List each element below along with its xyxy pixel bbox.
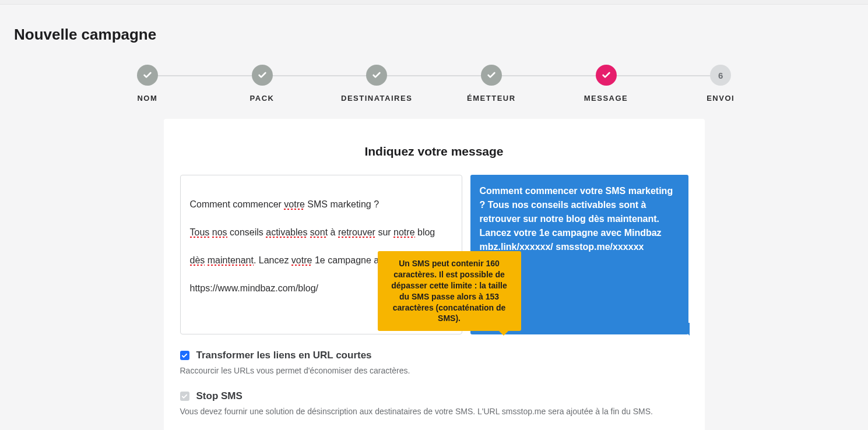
editor-row: Comment commencer votre SMS marketing ? …	[180, 175, 688, 334]
step-circle-done	[366, 65, 387, 86]
t: Comment commencer	[190, 199, 284, 209]
step-label: DESTINATAIRES	[341, 94, 412, 103]
step-circle-done	[137, 65, 158, 86]
spellcheck-underline: retrouver	[338, 227, 375, 237]
page-content: Nouvelle campagne NOM PACK DESTINATAIRES	[0, 5, 868, 430]
option-short-url: Transformer les liens en URL courtes Rac…	[180, 350, 688, 375]
step-connector	[147, 75, 721, 76]
step-destinataires[interactable]: DESTINATAIRES	[319, 65, 434, 103]
step-label: PACK	[250, 94, 275, 103]
step-circle-done	[481, 65, 502, 86]
check-icon	[487, 71, 496, 80]
step-label: NOM	[137, 94, 157, 103]
check-icon	[372, 71, 381, 80]
wizard-stepper: NOM PACK DESTINATAIRES ÉMETTEUR MESSAGE	[90, 65, 778, 103]
step-label: MESSAGE	[584, 94, 628, 103]
t: . Lancez	[254, 255, 291, 265]
step-pack[interactable]: PACK	[205, 65, 319, 103]
check-icon	[181, 393, 188, 400]
t: sur	[375, 227, 393, 237]
check-icon	[602, 71, 611, 80]
step-label: ÉMETTEUR	[467, 94, 516, 103]
t: SMS marketing ?	[305, 199, 379, 209]
option-stop-sms: Stop SMS Vous devez fournir une solution…	[180, 390, 688, 416]
spellcheck-underline: votre	[284, 199, 305, 209]
spellcheck-underline: activables	[266, 227, 307, 237]
check-icon	[143, 71, 152, 80]
check-icon	[181, 353, 188, 359]
option-short-url-help: Raccourcir les URLs vous permet d'économ…	[180, 366, 688, 375]
spellcheck-underline: sont	[310, 227, 328, 237]
checkbox-stop-sms	[180, 392, 189, 401]
message-editor[interactable]: Comment commencer votre SMS marketing ? …	[180, 175, 462, 334]
page-title: Nouvelle campagne	[14, 26, 854, 44]
step-label: ENVOI	[707, 94, 735, 103]
option-short-url-label: Transformer les liens en URL courtes	[196, 350, 372, 361]
spellcheck-underline: Tous	[190, 227, 210, 237]
step-circle-done	[252, 65, 273, 86]
t: blog	[415, 227, 435, 237]
step-message[interactable]: MESSAGE	[549, 65, 663, 103]
spellcheck-underline: votre	[291, 255, 312, 265]
spellcheck-underline: dès	[190, 255, 205, 265]
checkbox-short-url[interactable]	[180, 351, 189, 360]
spellcheck-underline: nos	[212, 227, 227, 237]
spellcheck-underline: maintenant	[208, 255, 254, 265]
spellcheck-underline: notre	[393, 227, 414, 237]
t: conseils	[227, 227, 266, 237]
step-circle-future: 6	[710, 65, 731, 86]
option-stop-sms-row: Stop SMS	[180, 390, 688, 402]
step-envoi[interactable]: 6 ENVOI	[663, 65, 778, 103]
top-bar	[0, 0, 868, 5]
check-icon	[258, 71, 267, 80]
t: https://www.mindbaz.com/blog/	[190, 283, 319, 293]
card-heading: Indiquez votre message	[180, 144, 688, 158]
step-nom[interactable]: NOM	[90, 65, 205, 103]
sms-preview-text: Comment commencer votre SMS marketing ? …	[480, 184, 679, 254]
step-emetteur[interactable]: ÉMETTEUR	[434, 65, 549, 103]
option-stop-sms-label: Stop SMS	[196, 390, 243, 402]
step-circle-active	[596, 65, 617, 86]
option-stop-sms-help: Vous devez fournir une solution de désin…	[180, 407, 688, 416]
t: à	[328, 227, 338, 237]
sms-length-tooltip: Un SMS peut contenir 160 caractères. Il …	[378, 251, 521, 331]
option-short-url-row[interactable]: Transformer les liens en URL courtes	[180, 350, 688, 361]
message-card: Indiquez votre message Comment commencer…	[164, 119, 705, 430]
